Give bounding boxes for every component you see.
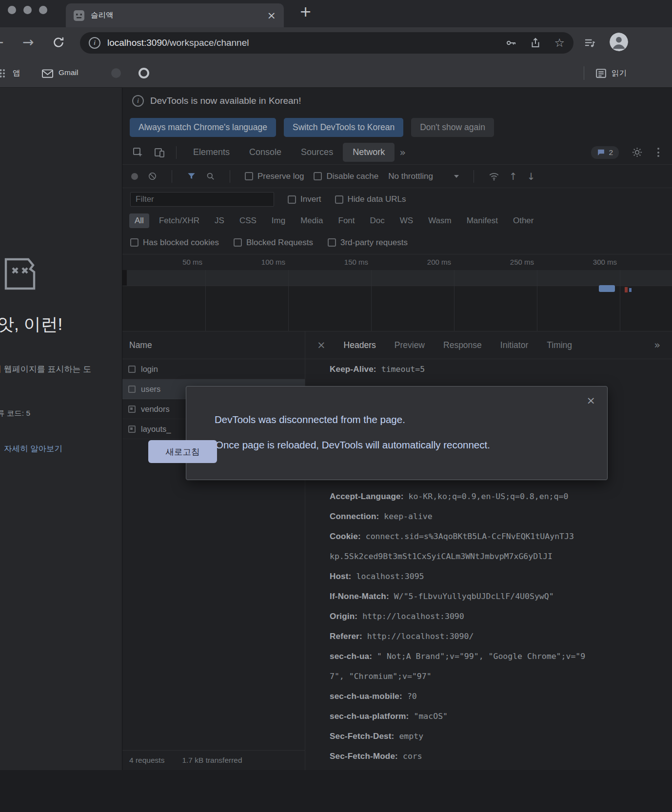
browser-toolbar: ← → i localhost:3090 /workspace/channel …: [0, 27, 672, 58]
profile-avatar[interactable]: [610, 33, 628, 51]
close-window-button[interactable]: [8, 6, 16, 14]
window-titlebar: 슬리액 × +: [0, 0, 672, 27]
close-icon[interactable]: ×: [587, 394, 595, 406]
apps-grid-icon[interactable]: [0, 69, 5, 78]
dialog-message-line1: DevTools was disconnected from the page.: [215, 414, 405, 425]
url-host: localhost:3090: [107, 38, 167, 48]
bookmarks-divider: [584, 66, 584, 80]
reading-list-label[interactable]: 읽기: [612, 68, 627, 78]
dialog-message-line2: Once page is reloaded, DevTools will aut…: [216, 439, 490, 451]
browser-tab[interactable]: 슬리액 ×: [66, 3, 284, 27]
disconnect-dialog: × DevTools was disconnected from the pag…: [186, 386, 608, 480]
devtools-panel: i DevTools is now available in Korean! A…: [122, 88, 672, 770]
reload-button[interactable]: 새로고침: [148, 440, 217, 463]
window-controls: [8, 6, 47, 14]
password-key-icon[interactable]: [505, 37, 517, 49]
tab-favicon: [74, 10, 84, 21]
share-icon[interactable]: [530, 37, 541, 49]
error-title: 앗, 이런!: [0, 313, 62, 336]
gmail-icon[interactable]: [42, 69, 53, 78]
minimize-window-button[interactable]: [23, 6, 32, 14]
new-tab-button[interactable]: +: [299, 3, 312, 20]
tab-title: 슬리액: [91, 10, 267, 20]
apps-shortcut[interactable]: 앱: [13, 68, 20, 78]
forward-icon[interactable]: →: [22, 34, 34, 50]
bookmark-star-icon[interactable]: ☆: [554, 37, 565, 49]
tab-close-icon[interactable]: ×: [267, 10, 276, 21]
error-page: 앗, 이런! 이 웹페이지를 표시하는 도 류 코드: 5 자세히 알아보기: [0, 88, 122, 770]
url-path: /workspace/channel: [167, 38, 249, 48]
error-code: 류 코드: 5: [0, 408, 30, 419]
media-controls-icon[interactable]: [583, 37, 596, 50]
back-icon[interactable]: ←: [0, 34, 3, 50]
broken-file-icon: [3, 256, 44, 291]
bookmark-favicon[interactable]: [138, 68, 149, 78]
site-info-icon[interactable]: i: [89, 37, 100, 49]
gmail-bookmark[interactable]: Gmail: [59, 68, 78, 77]
reading-list-icon[interactable]: [595, 67, 607, 79]
error-message: 이 웹페이지를 표시하는 도: [0, 364, 91, 375]
reload-icon[interactable]: [52, 36, 65, 49]
address-bar[interactable]: i localhost:3090 /workspace/channel ☆: [80, 32, 573, 54]
bookmarks-bar: 앱 Gmail 읽기: [0, 58, 672, 88]
learn-more-link[interactable]: 자세히 알아보기: [4, 444, 62, 454]
bookmark-favicon[interactable]: [111, 68, 121, 78]
maximize-window-button[interactable]: [39, 6, 47, 14]
